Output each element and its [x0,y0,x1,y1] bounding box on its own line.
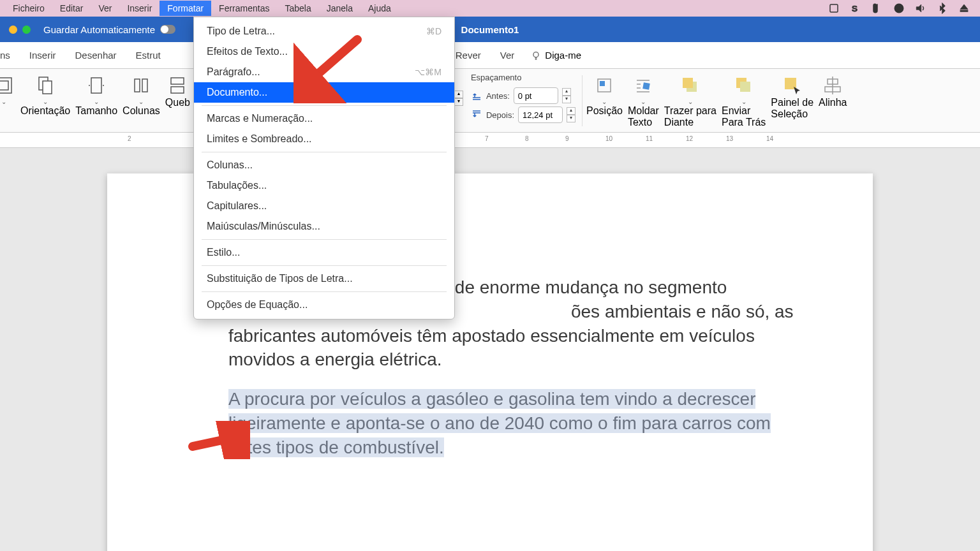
lightbulb-icon [531,50,541,61]
size-button[interactable]: ⌄ Tamanho [73,73,120,118]
dropdown-item-label: Tipo de Letra... [207,26,275,37]
dropdown-item-8[interactable]: Capitulares... [194,196,454,216]
size-label: Tamanho [75,105,117,117]
spacing-group: Espaçamento Antes: ▴▾ Depois: ▴▾ [466,73,581,123]
dropdown-item-label: Maiúsculas/Minúsculas... [207,221,320,232]
align-button[interactable]: Alinha [816,73,849,110]
tab-desenhar[interactable]: Desenhar [73,45,119,66]
svg-rect-18 [171,87,184,93]
media-icon[interactable] [892,2,906,15]
menu-janela[interactable]: Janela [319,1,360,16]
dropdown-item-5[interactable]: Limites e Sombreado... [194,129,454,149]
breaks-label: Queb [165,97,190,108]
annotation-arrow-1 [293,33,370,103]
bluetooth-icon[interactable] [935,2,949,15]
traffic-lights[interactable] [0,26,40,34]
attachment-icon[interactable] [870,2,884,15]
svg-rect-15 [135,79,140,92]
status-icon-s[interactable]: S [849,2,863,15]
svg-marker-4 [916,4,921,12]
dropdown-item-10[interactable]: Estilo... [194,242,454,263]
eject-icon[interactable] [957,2,971,15]
ruler-tick: 9 [565,135,569,142]
before-spinner[interactable]: ▴▾ [562,88,571,103]
document-area: XXXXXXXXXXXXXXXXXXXde enorme mudança no … [0,148,980,551]
dropdown-item-label: Efeitos de Texto... [207,46,288,57]
columns-label: Colunas [122,105,160,117]
send-backward-button[interactable]: ⌄ Enviar Para Trás [719,73,768,129]
autosave-toggle[interactable]: Guardar Automaticamente [43,24,175,35]
dropdown-item-label: Colunas... [207,159,253,171]
ruler-tick: 8 [525,135,529,142]
position-button[interactable]: ⌄ Posição [584,73,625,118]
svg-rect-25 [740,82,750,92]
menu-formatar[interactable]: Formatar [160,1,211,16]
tab-inserir[interactable]: Inserir [27,45,59,66]
dropdown-separator [202,239,447,240]
dropdown-item-label: Estilo... [207,247,240,258]
bring-forward-button[interactable]: ⌄ Trazer para Diante [662,73,719,129]
status-icon-1[interactable] [827,2,841,15]
columns-button[interactable]: ⌄ Colunas [120,73,163,118]
menu-ficheiro[interactable]: Ficheiro [5,1,52,16]
tab-partial-left[interactable]: ns [0,45,13,66]
selected-text: A procura por veículos a gasóleo e gasol… [228,389,771,457]
after-label: Depois: [486,110,514,120]
zoom-button[interactable] [22,26,31,34]
svg-rect-17 [171,78,184,84]
align-label: Alinha [819,97,847,108]
menu-ver[interactable]: Ver [91,1,119,16]
menu-inserir[interactable]: Inserir [119,1,160,16]
menu-editar[interactable]: Editar [52,1,91,16]
svg-line-33 [193,437,237,446]
svg-rect-20 [600,81,605,86]
volume-icon[interactable] [914,2,928,15]
ribbon: ⌄ ⌄ Orientação ⌄ Tamanho ⌄ Colunas Queb … [0,69,980,133]
dropdown-item-6[interactable]: Colunas... [194,155,454,175]
svg-rect-9 [0,81,8,90]
tab-rever[interactable]: Rever [453,45,484,66]
wrap-text-button[interactable]: ⌄ Moldar Texto [625,73,662,129]
svg-text:S: S [852,4,858,13]
tab-estrutura[interactable]: Estrut [133,45,163,66]
ruler[interactable]: 2 7891011121314 [0,133,980,148]
send-backward-label: Enviar Para Trás [722,105,766,128]
menu-ferramentas[interactable]: Ferramentas [211,1,277,16]
tab-ver-ribbon[interactable]: Ver [498,45,517,66]
breaks-button[interactable]: Queb [163,73,193,110]
selection-pane-label: Painel de Seleção [771,97,813,120]
svg-rect-0 [830,4,838,12]
bring-forward-label: Trazer para Diante [664,105,716,128]
minimize-button[interactable] [9,26,17,34]
dropdown-item-7[interactable]: Tabulações... [194,175,454,196]
indent-spinner-left[interactable]: ▴▾ [454,91,463,106]
selection-pane-button[interactable]: Painel de Seleção [768,73,816,121]
dropdown-separator [202,105,447,106]
dropdown-shortcut: ⌥⌘M [415,67,442,77]
margins-button-partial[interactable]: ⌄ [0,73,18,107]
before-label: Antes: [486,91,510,101]
ruler-tick: 13 [726,135,733,142]
tell-me-search[interactable]: Diga-me [531,50,581,61]
dropdown-separator [202,265,447,266]
ruler-tick: 12 [686,135,693,142]
before-input[interactable] [514,87,558,104]
spacing-header: Espaçamento [471,73,575,82]
dropdown-item-12[interactable]: Opções de Equação... [194,295,454,315]
orientation-button[interactable]: ⌄ Orientação [18,73,73,118]
ruler-tick: 7 [485,135,489,142]
dropdown-item-label: Marcas e Numeração... [207,113,313,124]
orientation-label: Orientação [20,105,70,117]
dropdown-item-9[interactable]: Maiúsculas/Minúsculas... [194,216,454,237]
spacing-after-icon [471,109,482,121]
paragraph-2-selected[interactable]: A procura por veículos a gasóleo e gasol… [228,387,796,459]
dropdown-item-label: Documento... [207,87,267,98]
menu-tabela[interactable]: Tabela [277,1,318,16]
dropdown-item-11[interactable]: Substituição de Tipos de Letra... [194,268,454,289]
autosave-switch[interactable] [160,25,175,34]
after-spinner[interactable]: ▴▾ [567,107,575,122]
dropdown-item-label: Substituição de Tipos de Letra... [207,273,353,284]
menu-ajuda[interactable]: Ajuda [360,1,399,16]
after-input[interactable] [518,107,563,123]
dropdown-item-4[interactable]: Marcas e Numeração... [194,108,454,129]
